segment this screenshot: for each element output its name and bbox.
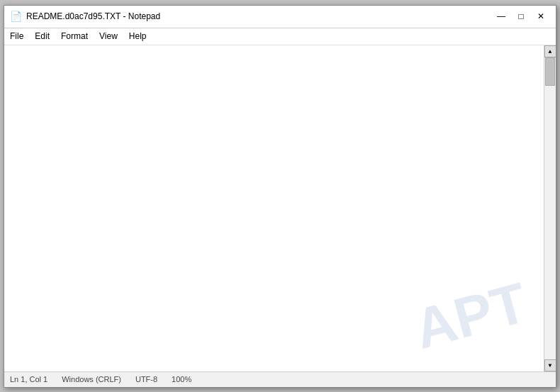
minimize-button[interactable]: — [492, 9, 510, 24]
title-buttons: — □ ✕ [492, 9, 550, 24]
status-line: Ln 1, Col 1 [10, 375, 47, 383]
menu-view[interactable]: View [94, 30, 123, 43]
status-zoom: 100% [172, 375, 191, 383]
menu-help[interactable]: Help [123, 30, 152, 43]
scrollbar[interactable]: ▲ ▼ [544, 45, 556, 371]
maximize-button[interactable]: □ [512, 9, 530, 24]
menu-format[interactable]: Format [55, 30, 94, 43]
scroll-up-button[interactable]: ▲ [544, 45, 556, 57]
menu-edit[interactable]: Edit [29, 30, 55, 43]
status-encoding: UTF-8 [135, 375, 157, 383]
notepad-window: 📄 README.d0ac7d95.TXT - Notepad — □ ✕ Fi… [4, 5, 556, 388]
text-content[interactable] [4, 45, 544, 371]
menu-bar: File Edit Format View Help [4, 28, 556, 45]
title-bar: 📄 README.d0ac7d95.TXT - Notepad — □ ✕ [4, 6, 556, 28]
status-bar: Ln 1, Col 1 Windows (CRLF) UTF-8 100% [4, 371, 556, 387]
scroll-thumb[interactable] [545, 57, 555, 86]
window-title: README.d0ac7d95.TXT - Notepad [26, 11, 160, 21]
scroll-down-button[interactable]: ▼ [544, 359, 556, 371]
title-bar-left: 📄 README.d0ac7d95.TXT - Notepad [10, 11, 160, 23]
close-button[interactable]: ✕ [532, 9, 550, 24]
scroll-track [544, 57, 556, 359]
status-line-ending: Windows (CRLF) [62, 375, 121, 383]
notepad-icon: 📄 [10, 11, 22, 23]
menu-file[interactable]: File [4, 30, 29, 43]
content-area: ▲ ▼ [4, 45, 556, 371]
